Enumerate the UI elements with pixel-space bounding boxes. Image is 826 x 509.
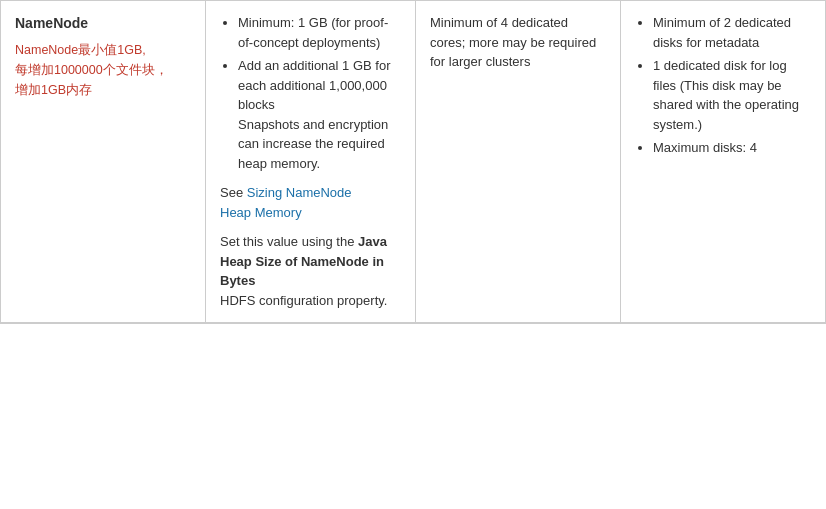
ram-list: Minimum: 1 GB (for proof-of-concept depl…: [238, 13, 401, 173]
namenode-subtitle: NameNode最小值1GB,每增加1000000个文件块，增加1GB内存: [15, 40, 191, 100]
ram-item-2: Add an additional 1 GB for each addition…: [238, 56, 401, 173]
col-cpu: Minimum of 4 dedicated cores; more may b…: [416, 1, 621, 322]
col-disks: Minimum of 2 dedicated disks for metadat…: [621, 1, 825, 322]
disk-item-2: 1 dedicated disk for log files (This dis…: [653, 56, 811, 134]
cpu-text: Minimum of 4 dedicated cores; more may b…: [430, 15, 596, 69]
disk-item-3: Maximum disks: 4: [653, 138, 811, 158]
requirements-table: NameNode NameNode最小值1GB,每增加1000000个文件块，增…: [0, 0, 826, 324]
col-ram: Minimum: 1 GB (for proof-of-concept depl…: [206, 1, 416, 322]
disk-item-1: Minimum of 2 dedicated disks for metadat…: [653, 13, 811, 52]
disk-list: Minimum of 2 dedicated disks for metadat…: [653, 13, 811, 158]
set-value-text: Set this value using the Java Heap Size …: [220, 232, 401, 310]
see-sizing-text: See Sizing NameNodeHeap Memory: [220, 183, 401, 222]
namenode-title: NameNode: [15, 13, 191, 34]
table-row: NameNode NameNode最小值1GB,每增加1000000个文件块，增…: [1, 1, 825, 323]
ram-item-1: Minimum: 1 GB (for proof-of-concept depl…: [238, 13, 401, 52]
col-namenode: NameNode NameNode最小值1GB,每增加1000000个文件块，增…: [1, 1, 206, 322]
